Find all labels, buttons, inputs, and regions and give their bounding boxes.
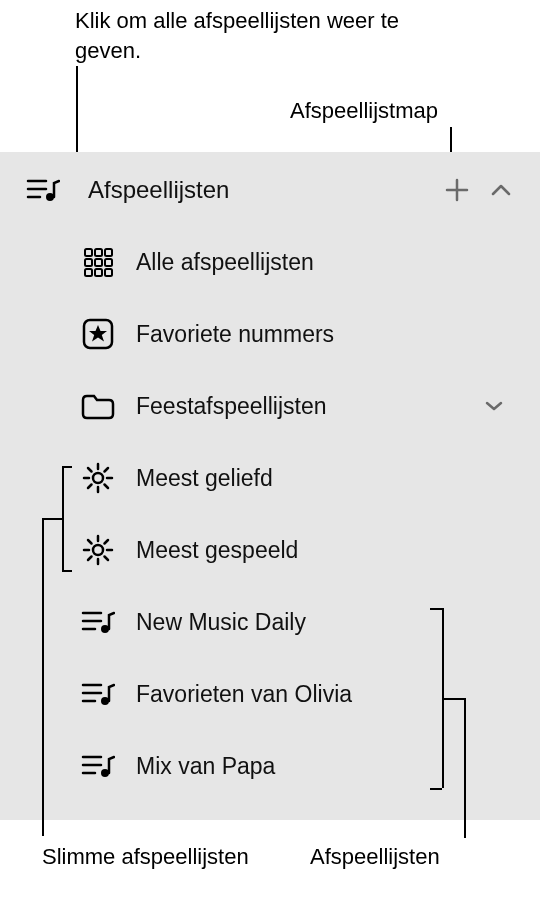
- item-label: Alle afspeellijsten: [136, 249, 476, 276]
- sidebar-item-favorites[interactable]: Favoriete nummers: [0, 298, 540, 370]
- callout-playlists: Afspeellijsten: [310, 842, 440, 872]
- playlist-icon: [74, 753, 122, 779]
- svg-rect-14: [105, 269, 112, 276]
- sidebar-playlists-panel: Afspeellijsten: [0, 152, 540, 820]
- grid-icon: [74, 247, 122, 277]
- svg-point-16: [93, 473, 103, 483]
- item-label: Favoriete nummers: [136, 321, 476, 348]
- sidebar-item-most-played[interactable]: Meest gespeeld: [0, 514, 540, 586]
- leader-smart-v: [42, 518, 44, 836]
- svg-line-22: [105, 485, 109, 489]
- svg-point-25: [93, 545, 103, 555]
- item-label: Meest gespeeld: [136, 537, 476, 564]
- playlist-icon: [26, 177, 60, 203]
- gear-icon: [74, 534, 122, 566]
- leader-smart-h: [42, 518, 62, 520]
- svg-line-30: [88, 540, 92, 544]
- sidebar-item-new-music-daily[interactable]: New Music Daily: [0, 586, 540, 658]
- svg-line-21: [88, 468, 92, 472]
- item-label: Meest geliefd: [136, 465, 476, 492]
- playlist-icon: [74, 681, 122, 707]
- playlists-header[interactable]: Afspeellijsten: [0, 160, 540, 220]
- svg-rect-7: [95, 249, 102, 256]
- leader-pl-b3: [430, 788, 442, 790]
- leader-smart-b3: [62, 570, 72, 572]
- leader-smart-b1: [62, 466, 72, 468]
- item-label: New Music Daily: [136, 609, 476, 636]
- add-playlist-button[interactable]: [444, 177, 470, 203]
- sidebar-item-olivia-favorites[interactable]: Favorieten van Olivia: [0, 658, 540, 730]
- sidebar-item-most-loved[interactable]: Meest geliefd: [0, 442, 540, 514]
- svg-rect-8: [105, 249, 112, 256]
- item-label: Mix van Papa: [136, 753, 476, 780]
- svg-line-23: [105, 468, 109, 472]
- folder-icon: [74, 392, 122, 420]
- playlist-icon: [74, 609, 122, 635]
- item-label: Feestafspeellijsten: [136, 393, 476, 420]
- callout-click-all: Klik om alle afspeellijsten weer te geve…: [75, 6, 455, 65]
- leader-pl-b1: [430, 608, 442, 610]
- star-box-icon: [74, 318, 122, 350]
- svg-rect-10: [95, 259, 102, 266]
- svg-rect-12: [85, 269, 92, 276]
- playlists-title: Afspeellijsten: [88, 176, 444, 204]
- item-label: Favorieten van Olivia: [136, 681, 476, 708]
- leader-pl-h: [442, 698, 464, 700]
- svg-rect-13: [95, 269, 102, 276]
- sidebar-item-party-folder[interactable]: Feestafspeellijsten: [0, 370, 540, 442]
- svg-line-32: [105, 540, 109, 544]
- svg-rect-6: [85, 249, 92, 256]
- svg-rect-11: [105, 259, 112, 266]
- sidebar-item-all-playlists[interactable]: Alle afspeellijsten: [0, 226, 540, 298]
- svg-line-33: [88, 557, 92, 561]
- svg-line-24: [88, 485, 92, 489]
- svg-line-31: [105, 557, 109, 561]
- leader-pl-v: [464, 698, 466, 838]
- sidebar-item-papa-mix[interactable]: Mix van Papa: [0, 730, 540, 802]
- svg-rect-9: [85, 259, 92, 266]
- callout-smart: Slimme afspeellijsten: [42, 842, 249, 872]
- gear-icon: [74, 462, 122, 494]
- leader-smart-b2: [62, 466, 64, 570]
- callout-folder: Afspeellijstmap: [290, 96, 438, 126]
- playlist-list: Alle afspeellijsten Favoriete nummers Fe…: [0, 226, 540, 802]
- chevron-down-icon[interactable]: [476, 400, 512, 412]
- chevron-up-icon[interactable]: [490, 183, 512, 197]
